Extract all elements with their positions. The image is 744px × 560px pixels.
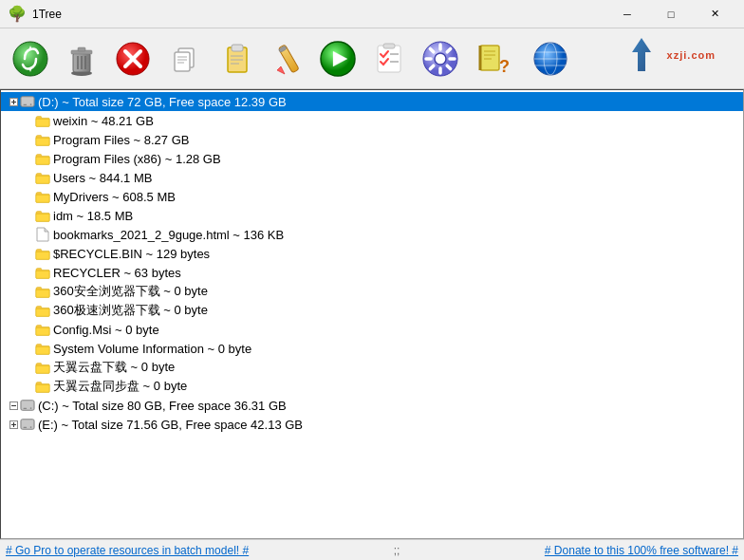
folder-icon	[35, 189, 50, 204]
tree-expander[interactable]	[24, 190, 35, 203]
tree-item-label: System Volume Information ~ 0 byte	[53, 342, 251, 356]
status-bar: # Go Pro to operate resources in batch m…	[0, 539, 744, 560]
tree-expander[interactable]	[24, 380, 35, 393]
tree-item[interactable]: Program Files ~ 8.27 GB	[1, 130, 743, 149]
drive-icon	[20, 417, 35, 432]
pro-link[interactable]: # Go Pro to operate resources in batch m…	[6, 544, 249, 557]
web-icon	[531, 40, 569, 78]
tree-expander[interactable]	[24, 171, 35, 184]
tree-expander[interactable]	[24, 323, 35, 336]
main-area: (D:) ~ Total size 72 GB, Free space 12.3…	[0, 89, 744, 539]
tree-item-label: 天翼云盘同步盘 ~ 0 byte	[53, 378, 187, 395]
paste-icon	[216, 40, 254, 78]
copy-button[interactable]	[159, 34, 209, 84]
delete-icon	[114, 40, 152, 78]
tree-expander[interactable]	[24, 342, 35, 355]
tree-item[interactable]: System Volume Information ~ 0 byte	[1, 339, 743, 358]
help-button[interactable]: ?	[467, 34, 516, 84]
svg-rect-41	[480, 46, 499, 70]
copy-icon	[165, 40, 203, 78]
svg-point-73	[30, 426, 32, 428]
tree-expander[interactable]	[7, 418, 20, 431]
donate-link[interactable]: # Donate to this 100% free software! #	[545, 544, 738, 557]
settings-button[interactable]	[416, 34, 465, 84]
folder-icon	[35, 360, 50, 375]
folder-icon	[35, 322, 50, 337]
tree-item-label: (D:) ~ Total size 72 GB, Free space 12.3…	[38, 95, 287, 109]
tree-expander[interactable]	[24, 285, 35, 298]
toolbar: ?	[0, 28, 744, 89]
tree-item[interactable]: 天翼云盘下载 ~ 0 byte	[1, 358, 743, 377]
svg-rect-28	[383, 44, 395, 48]
tree-expander[interactable]	[24, 247, 35, 260]
tree-expander[interactable]	[24, 361, 35, 374]
watermark-arrow	[621, 33, 663, 76]
tree-container[interactable]: (D:) ~ Total size 72 GB, Free space 12.3…	[1, 90, 743, 538]
tree-item-label: bookmarks_2021_2_9guge.html ~ 136 KB	[53, 228, 284, 242]
tree-expander[interactable]	[7, 399, 20, 412]
help-icon: ?	[473, 40, 511, 78]
svg-line-38	[447, 65, 450, 68]
folder-icon	[35, 341, 50, 356]
tree-expander[interactable]	[24, 114, 35, 127]
tree-item[interactable]: (C:) ~ Total size 80 GB, Free space 36.3…	[1, 396, 743, 415]
tree-item-label: (C:) ~ Total size 80 GB, Free space 36.3…	[38, 399, 287, 413]
tree-item[interactable]: bookmarks_2021_2_9guge.html ~ 136 KB	[1, 225, 743, 244]
web-button[interactable]	[526, 34, 575, 84]
svg-line-37	[430, 48, 433, 51]
tree-expander[interactable]	[24, 133, 35, 146]
tasks-button[interactable]	[364, 34, 414, 84]
edit-button[interactable]	[262, 34, 311, 84]
scan-button[interactable]	[6, 34, 55, 84]
svg-point-66	[30, 407, 32, 409]
trash-button[interactable]	[57, 34, 106, 84]
tree-item[interactable]: 360安全浏览器下载 ~ 0 byte	[1, 282, 743, 301]
tree-item-label: Users ~ 844.1 MB	[53, 171, 152, 185]
title-bar: 🌳 1Tree ─ □ ✕	[0, 0, 744, 28]
tree-item-label: $RECYCLE.BIN ~ 129 bytes	[53, 247, 210, 261]
window-controls: ─ □ ✕	[605, 0, 736, 28]
tree-item[interactable]: Users ~ 844.1 MB	[1, 168, 743, 187]
tree-expander[interactable]	[24, 152, 35, 165]
tree-expander[interactable]	[7, 95, 20, 108]
close-button[interactable]: ✕	[693, 0, 736, 28]
svg-rect-72	[24, 427, 28, 428]
tree-item[interactable]: RECYCLER ~ 63 bytes	[1, 263, 743, 282]
svg-marker-53	[632, 38, 651, 71]
tree-item[interactable]: $RECYCLE.BIN ~ 129 bytes	[1, 244, 743, 263]
tree-expander[interactable]	[24, 228, 35, 241]
tree-expander[interactable]	[24, 266, 35, 279]
paste-button[interactable]	[211, 34, 260, 84]
tree-item[interactable]: idm ~ 18.5 MB	[1, 206, 743, 225]
tree-expander[interactable]	[24, 209, 35, 222]
svg-line-39	[447, 48, 450, 51]
tree-item[interactable]: Program Files (x86) ~ 1.28 GB	[1, 149, 743, 168]
play-icon	[319, 40, 357, 78]
folder-icon	[35, 113, 50, 128]
tree-item-label: idm ~ 18.5 MB	[53, 209, 133, 223]
tree-item[interactable]: 360极速浏览器下载 ~ 0 byte	[1, 301, 743, 320]
maximize-button[interactable]: □	[649, 0, 693, 28]
svg-point-32	[435, 53, 446, 65]
minimize-button[interactable]: ─	[605, 0, 649, 28]
folder-icon	[35, 132, 50, 147]
tree-item-label: 天翼云盘下载 ~ 0 byte	[53, 359, 175, 376]
folder-icon	[35, 170, 50, 185]
delete-button[interactable]	[108, 34, 158, 84]
status-separator: ;;	[394, 544, 400, 557]
svg-rect-13	[175, 52, 190, 71]
watermark: xzji.com	[621, 33, 716, 76]
svg-rect-65	[24, 408, 28, 409]
tree-item[interactable]: (D:) ~ Total size 72 GB, Free space 12.3…	[1, 92, 743, 111]
tree-expander[interactable]	[24, 304, 35, 317]
tree-item-label: RECYCLER ~ 63 bytes	[53, 266, 181, 280]
svg-text:?: ?	[499, 57, 510, 76]
tree-item[interactable]: MyDrivers ~ 608.5 MB	[1, 187, 743, 206]
tree-item[interactable]: (E:) ~ Total size 71.56 GB, Free space 4…	[1, 415, 743, 434]
play-button[interactable]	[313, 34, 363, 84]
tree-item-label: weixin ~ 48.21 GB	[53, 114, 154, 128]
folder-icon	[35, 303, 50, 318]
tree-item[interactable]: 天翼云盘同步盘 ~ 0 byte	[1, 377, 743, 396]
tree-item[interactable]: Config.Msi ~ 0 byte	[1, 320, 743, 339]
tree-item[interactable]: weixin ~ 48.21 GB	[1, 111, 743, 130]
